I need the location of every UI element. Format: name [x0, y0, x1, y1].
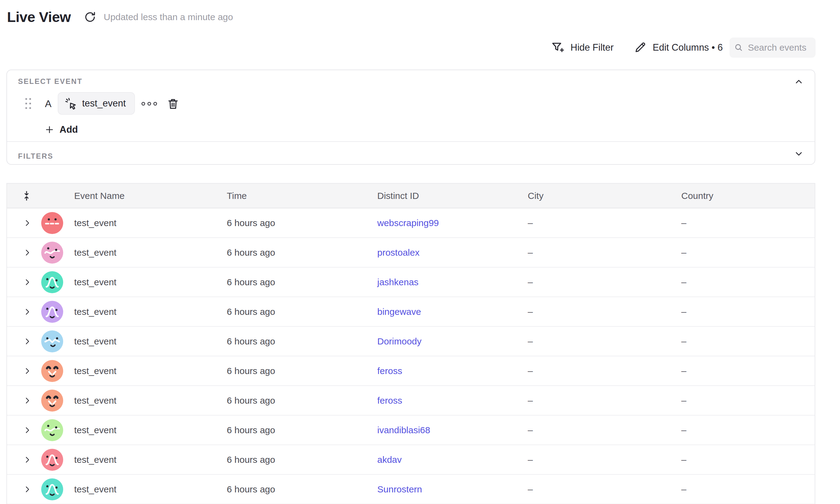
search-input[interactable]: [747, 42, 811, 53]
chevron-right-icon: [22, 426, 32, 435]
distinct-id-link[interactable]: feross: [377, 395, 402, 406]
more-dots-icon: [141, 100, 158, 108]
hide-filter-button[interactable]: Hide Filter: [551, 41, 613, 54]
event-name-cell: test_event: [74, 366, 116, 376]
filters-label: FILTERS: [18, 152, 53, 161]
time-cell: 6 hours ago: [227, 366, 275, 376]
chevron-right-icon: [22, 307, 32, 317]
distinct-id-link[interactable]: feross: [377, 366, 402, 376]
avatar: [41, 301, 63, 323]
chevron-right-icon: [22, 455, 32, 464]
time-cell: 6 hours ago: [227, 395, 275, 406]
time-cell: 6 hours ago: [227, 336, 275, 346]
distinct-id-link[interactable]: Sunrostern: [377, 484, 422, 494]
distinct-id-link[interactable]: prostoalex: [377, 248, 419, 257]
table-row: test_event 6 hours ago akdav – –: [7, 445, 815, 475]
distinct-id-link[interactable]: akdav: [377, 454, 402, 465]
header-country[interactable]: Country: [681, 191, 713, 201]
city-cell: –: [528, 454, 533, 465]
table-row: test_event 6 hours ago Dorimoody – –: [7, 327, 815, 356]
avatar-face: [41, 330, 63, 353]
avatar-face: [41, 449, 63, 471]
avatar-face: [41, 419, 63, 441]
table-row: test_event 6 hours ago Sunrostern – –: [7, 475, 815, 504]
expand-row-button[interactable]: [22, 484, 33, 495]
chevron-right-icon: [22, 485, 32, 494]
expand-row-button[interactable]: [22, 277, 33, 288]
distinct-id-link[interactable]: ivandiblasi68: [377, 425, 430, 435]
expand-row-button[interactable]: [22, 395, 33, 406]
country-cell: –: [681, 454, 686, 465]
header-city[interactable]: City: [528, 191, 544, 201]
event-name-cell: test_event: [74, 307, 116, 317]
event-chip[interactable]: test_event: [58, 92, 135, 115]
page-header: Live View Updated less than a minute ago: [7, 8, 233, 25]
time-cell: 6 hours ago: [227, 218, 275, 228]
header-time[interactable]: Time: [227, 191, 247, 201]
drag-dots-icon: [25, 97, 32, 110]
expand-row-button[interactable]: [22, 336, 33, 347]
search-box[interactable]: [730, 37, 816, 58]
avatar: [41, 241, 63, 264]
avatar-face: [41, 360, 63, 382]
search-icon: [734, 42, 743, 53]
avatar: [41, 212, 63, 234]
updated-status: Updated less than a minute ago: [104, 12, 233, 22]
distinct-id-link[interactable]: Dorimoody: [377, 336, 421, 346]
distinct-id-link[interactable]: bingewave: [377, 307, 421, 317]
country-cell: –: [681, 307, 686, 317]
city-cell: –: [528, 248, 533, 258]
drag-handle[interactable]: [24, 95, 33, 112]
distinct-id-link[interactable]: jashkenas: [377, 277, 419, 287]
table-row: test_event 6 hours ago bingewave – –: [7, 297, 815, 327]
event-name-cell: test_event: [74, 454, 116, 465]
add-event-button[interactable]: Add: [44, 123, 78, 137]
event-name-cell: test_event: [74, 395, 116, 406]
collapse-select-event-button[interactable]: [792, 75, 805, 89]
country-cell: –: [681, 395, 686, 406]
chevron-right-icon: [22, 366, 32, 376]
edit-columns-label: Edit Columns • 6: [652, 42, 723, 53]
more-options-button[interactable]: [140, 97, 158, 110]
country-cell: –: [681, 248, 686, 258]
expand-row-button[interactable]: [22, 365, 33, 377]
city-cell: –: [528, 277, 533, 287]
expand-filters-button[interactable]: [792, 147, 805, 161]
country-cell: –: [681, 484, 686, 494]
expand-row-button[interactable]: [22, 425, 33, 436]
table-body: test_event 6 hours ago webscraping99 – –…: [7, 209, 815, 504]
header-distinct-id[interactable]: Distinct ID: [377, 191, 419, 201]
expand-row-button[interactable]: [22, 454, 33, 465]
avatar: [41, 271, 63, 293]
refresh-icon: [83, 11, 97, 24]
table-header-row: Event Name Time Distinct ID City Country: [7, 184, 815, 209]
page-title: Live View: [7, 8, 71, 25]
time-cell: 6 hours ago: [227, 454, 275, 465]
event-name-cell: test_event: [74, 425, 116, 435]
table-row: test_event 6 hours ago prostoalex – –: [7, 238, 815, 268]
country-cell: –: [681, 336, 686, 346]
header-event-name[interactable]: Event Name: [74, 191, 124, 201]
collapse-rows-button[interactable]: [20, 189, 33, 202]
delete-event-button[interactable]: [166, 96, 180, 111]
expand-row-button[interactable]: [22, 247, 33, 258]
avatar: [41, 479, 63, 500]
country-cell: –: [681, 366, 686, 376]
expand-row-button[interactable]: [22, 217, 33, 229]
avatar-face: [41, 301, 63, 323]
chevron-right-icon: [22, 337, 32, 346]
time-cell: 6 hours ago: [227, 484, 275, 494]
expand-row-button[interactable]: [22, 306, 33, 317]
time-cell: 6 hours ago: [227, 277, 275, 287]
table-row: test_event 6 hours ago ivandiblasi68 – –: [7, 415, 815, 445]
avatar: [41, 360, 63, 382]
avatar-face: [41, 271, 63, 293]
event-name-cell: test_event: [74, 218, 116, 228]
city-cell: –: [528, 395, 533, 406]
refresh-button[interactable]: [83, 10, 97, 24]
toolbar: Hide Filter Edit Columns • 6: [551, 37, 816, 58]
distinct-id-link[interactable]: webscraping99: [377, 218, 439, 228]
edit-columns-button[interactable]: Edit Columns • 6: [634, 41, 723, 54]
table-row: test_event 6 hours ago webscraping99 – –: [7, 209, 815, 238]
avatar-face: [41, 479, 63, 500]
